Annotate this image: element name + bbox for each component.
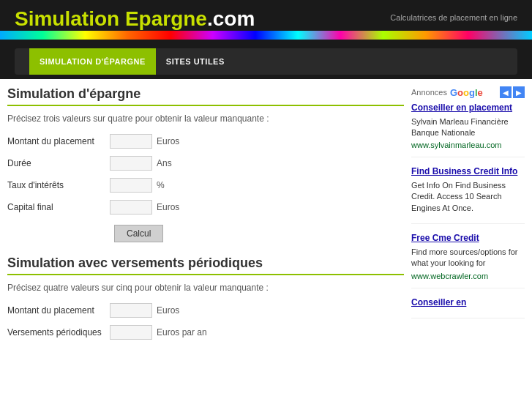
ad-title-2[interactable]: Find Business Credit Info [411, 166, 525, 178]
ad-title-3[interactable]: Free Cme Credit [411, 233, 525, 245]
input-montant2[interactable] [110, 303, 152, 318]
input-duree[interactable] [110, 156, 152, 171]
ad-url-1: www.sylvainmarleau.com [411, 141, 525, 149]
ad-desc-3: Find more sources/options for what your … [411, 247, 525, 269]
calcul-button[interactable]: Calcul [114, 225, 163, 242]
ad-title-4[interactable]: Conseiller en [411, 297, 525, 309]
unit-taux: % [157, 180, 165, 190]
ad-prev-button[interactable]: ◀ [500, 86, 512, 98]
site-title: Simulation Epargne [15, 7, 207, 30]
ad-nav-arrows: ◀ ▶ [500, 86, 525, 98]
site-title-suffix: .com [207, 7, 255, 30]
rainbow-bar [0, 31, 532, 40]
section1-desc: Précisez trois valeurs sur quatre pour o… [7, 113, 404, 124]
input-montant[interactable] [110, 134, 152, 149]
ad-url-3: www.webcrawler.com [411, 272, 525, 280]
header-subtitle: Calculatrices de placement en ligne [390, 13, 517, 22]
label-versements: Versements périodiques [7, 327, 110, 338]
ad-block-1: Conseiller en placement Sylvain Marleau … [411, 102, 525, 157]
ad-desc-2: Get Info On Find Business Credit. Access… [411, 180, 525, 214]
content-area: Simulation d'épargne Précisez trois vale… [7, 86, 404, 347]
ads-label: Annonces [411, 88, 447, 97]
google-ads-header: Annonces Google ◀ ▶ [411, 86, 525, 98]
field-row-duree: Durée Ans [7, 156, 404, 171]
section2-title: Simulation avec versements périodiques [7, 256, 404, 275]
unit-versements: Euros par an [157, 327, 207, 338]
section2-desc: Précisez quatre valeurs sur cinq pour ob… [7, 283, 404, 293]
label-taux: Taux d'intérêts [7, 180, 110, 190]
sidebar: Annonces Google ◀ ▶ Conseiller en placem… [411, 86, 525, 347]
section-versements: Simulation avec versements périodiques P… [7, 256, 404, 340]
section-simulation: Simulation d'épargne Précisez trois vale… [7, 86, 404, 242]
field-row-capital: Capital final Euros [7, 200, 404, 215]
field-row-versements: Versements périodiques Euros par an [7, 325, 404, 340]
ad-next-button[interactable]: ▶ [513, 86, 525, 98]
input-taux[interactable] [110, 178, 152, 193]
unit-capital: Euros [157, 202, 179, 212]
nav-item-simulation[interactable]: SIMULATION D'ÉPARGNE [29, 48, 156, 75]
header: Simulation Epargne.com Calculatrices de … [0, 0, 532, 31]
field-row-montant2: Montant du placement Euros [7, 303, 404, 318]
main-content: Simulation d'épargne Précisez trois vale… [0, 79, 532, 354]
ad-desc-1: Sylvain Marleau Financière Banque Nation… [411, 116, 525, 139]
ad-block-3: Free Cme Credit Find more sources/option… [411, 233, 525, 288]
unit-duree: Ans [157, 158, 172, 168]
unit-montant: Euros [157, 136, 179, 146]
ad-title-1[interactable]: Conseiller en placement [411, 102, 525, 114]
ad-block-4: Conseiller en [411, 297, 525, 319]
field-row-taux: Taux d'intérêts % [7, 178, 404, 193]
nav-item-sites-utiles[interactable]: SITES UTILES [156, 48, 235, 75]
unit-montant2: Euros [157, 305, 179, 316]
input-capital[interactable] [110, 200, 152, 215]
google-logo: Google [450, 87, 483, 98]
ad-block-2: Find Business Credit Info Get Info On Fi… [411, 166, 525, 224]
label-montant2: Montant du placement [7, 305, 110, 316]
label-duree: Durée [7, 158, 110, 168]
nav-bar: SIMULATION D'ÉPARGNE SITES UTILES [15, 48, 517, 75]
label-capital: Capital final [7, 202, 110, 212]
field-row-montant: Montant du placement Euros [7, 134, 404, 149]
section1-title: Simulation d'épargne [7, 86, 404, 106]
input-versements[interactable] [110, 325, 152, 340]
label-montant: Montant du placement [7, 136, 110, 146]
